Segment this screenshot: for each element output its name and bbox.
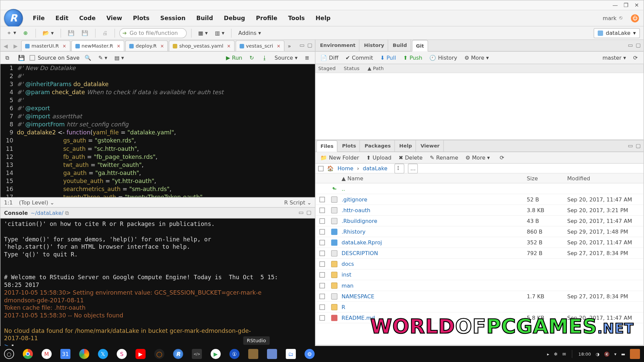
slack-icon[interactable]: S (117, 349, 127, 359)
chrome-icon[interactable] (23, 349, 33, 359)
file-checkbox[interactable] (320, 283, 325, 288)
env-tab-environment[interactable]: Environment (316, 40, 360, 51)
files-min-icon[interactable]: ▭ (628, 143, 633, 149)
popout-button[interactable]: ⧉ (3, 53, 13, 62)
pane-maximize-icon[interactable]: ▢ (307, 42, 312, 49)
run-button[interactable]: ▶ Run (224, 53, 245, 62)
file-row[interactable]: man (316, 281, 644, 291)
git-file-list[interactable] (316, 73, 644, 140)
upload-button[interactable]: ⬆ Upload (364, 153, 393, 163)
breadcrumb-project[interactable]: dataLake (363, 166, 387, 172)
files-taskbar-icon[interactable]: 🗂 (286, 349, 296, 359)
files-tab-plots[interactable]: Plots (338, 140, 360, 152)
tray-mail-icon[interactable]: ✉ (562, 352, 566, 357)
console-output[interactable]: 'citation()' on how to cite R or R packa… (0, 219, 315, 352)
source-tab[interactable]: masterUI.R× (21, 40, 70, 51)
tray-wifi-icon[interactable]: ▾ (614, 352, 616, 357)
files-more-button[interactable]: ⚙ More ▾ (463, 153, 492, 163)
file-row[interactable]: .Rhistory860 BSep 29, 2017, 1:48 PM (316, 227, 644, 237)
menu-file[interactable]: File (28, 15, 50, 21)
file-type-selector[interactable]: R Script ⌄ (284, 199, 311, 206)
tray-mute-icon[interactable]: 🔇 (604, 352, 609, 357)
launcher-icon[interactable]: ○ (4, 349, 14, 359)
tab-close-icon[interactable]: × (62, 44, 66, 49)
file-checkbox[interactable] (320, 315, 325, 320)
file-checkbox[interactable] (320, 197, 325, 202)
env-max-icon[interactable]: ▢ (636, 42, 641, 49)
file-checkbox[interactable] (320, 207, 325, 213)
console-path[interactable]: ~/dataLake/ (31, 209, 63, 216)
calendar-icon[interactable]: 31 (60, 349, 70, 359)
file-row[interactable]: docs (316, 259, 644, 269)
menu-view[interactable]: View (101, 15, 127, 21)
home-icon[interactable]: 🏠 (327, 166, 334, 172)
source-menu[interactable]: Source ▾ (272, 53, 300, 62)
file-checkbox[interactable] (320, 229, 325, 234)
gimp-icon[interactable] (248, 349, 258, 359)
rename-button[interactable]: ✎ Rename (428, 153, 461, 163)
tray-cast-icon[interactable]: ▸ (547, 352, 549, 357)
rstudio-taskbar-icon[interactable]: R (173, 349, 183, 359)
code-editor[interactable]: 12345678910111213141516171819 #' New Do … (0, 64, 315, 197)
go-to-dir-button[interactable]: ⠇ (394, 164, 404, 173)
terminal-icon[interactable]: </> (192, 349, 202, 359)
save-source-button[interactable]: 💾 (16, 53, 27, 62)
nav-back-button[interactable]: ◀ (1, 41, 11, 51)
file-row[interactable]: .Rbuildignore43 BSep 20, 2017, 11:47 AM (316, 216, 644, 227)
file-row[interactable]: DESCRIPTION792 BSep 27, 2017, 8:34 PM (316, 248, 644, 259)
git-history-button[interactable]: 🕘 History (427, 53, 460, 62)
menu-debug[interactable]: Debug (218, 15, 251, 21)
git-branch-selector[interactable]: master ▾ (600, 53, 628, 62)
select-all-checkbox[interactable] (318, 166, 324, 171)
save-all-button[interactable]: 💾 (79, 28, 90, 38)
source-tab[interactable]: vestas_scri× (235, 40, 284, 51)
source-tab[interactable]: deploy.R× (125, 40, 168, 51)
go-down-button[interactable]: ⭳ (260, 53, 269, 62)
twitter-icon[interactable]: 𝕏 (98, 349, 108, 359)
new-file-button[interactable]: ＋ ▾ (4, 28, 18, 38)
git-push-button[interactable]: ⬆ Push (401, 53, 424, 62)
files-tab-viewer[interactable]: Viewer (417, 140, 444, 152)
menu-tools[interactable]: Tools (283, 15, 310, 21)
file-checkbox[interactable] (320, 304, 325, 310)
env-min-icon[interactable]: ▭ (628, 42, 633, 49)
tab-close-icon[interactable]: × (227, 44, 231, 49)
rerun-button[interactable]: ↻ (247, 53, 257, 62)
tab-close-icon[interactable]: × (117, 44, 120, 49)
menu-code[interactable]: Code (74, 15, 101, 21)
breadcrumb-home[interactable]: Home (337, 166, 353, 172)
delete-button[interactable]: ✖ Delete (396, 153, 425, 163)
tab-close-icon[interactable]: × (160, 44, 164, 49)
play-store-icon[interactable]: ▶ (211, 349, 221, 359)
window-minimize-button[interactable]: — (612, 2, 619, 8)
git-pull-button[interactable]: ⬇ Pull (378, 53, 398, 62)
console-popout-icon[interactable]: ⧉ (65, 209, 69, 216)
file-checkbox[interactable] (320, 251, 325, 256)
source-tab[interactable]: shop_vestas.yaml× (169, 40, 235, 51)
gmail-icon[interactable]: M (42, 349, 52, 359)
file-checkbox[interactable] (320, 218, 325, 224)
file-row[interactable]: dataLake.Rproj352 BSep 20, 2017, 11:47 A… (316, 237, 644, 248)
console-min-icon[interactable]: ▭ (299, 209, 304, 216)
panes-button[interactable]: ▥ ▾ (213, 28, 227, 38)
user-avatar[interactable] (630, 349, 640, 359)
file-checkbox[interactable] (320, 294, 325, 299)
files-tab-help[interactable]: Help (396, 140, 416, 152)
find-button[interactable]: 🔍 (82, 53, 93, 62)
tray-vpn-icon[interactable]: ◑ (596, 352, 599, 357)
file-row[interactable]: NAMESPACE1.7 KBSep 27, 2017, 8:34 PM (316, 291, 644, 302)
tab-close-icon[interactable]: × (277, 44, 280, 49)
files-max-icon[interactable]: ▢ (636, 143, 641, 149)
file-checkbox[interactable] (320, 272, 325, 278)
power-icon[interactable]: ⏻ (631, 14, 639, 22)
photos-icon[interactable] (79, 349, 89, 359)
files-options-button[interactable]: … (408, 164, 418, 173)
env-tab-git[interactable]: Git (412, 40, 428, 52)
pane-minimize-icon[interactable]: ▭ (300, 42, 305, 49)
file-row[interactable]: inst (316, 270, 644, 281)
window-close-button[interactable]: ✕ (634, 2, 640, 8)
print-button[interactable]: 🖨 (100, 28, 110, 38)
menu-profile[interactable]: Profile (251, 15, 283, 21)
tray-sync-icon[interactable]: ✻ (554, 352, 558, 357)
save-button[interactable]: 💾 (65, 28, 76, 38)
